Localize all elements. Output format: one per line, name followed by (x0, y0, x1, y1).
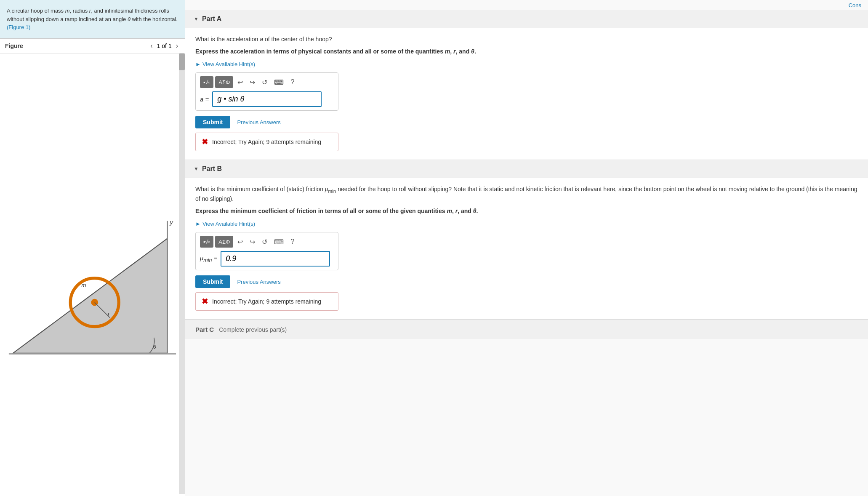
part-c-header: Part C Complete previous part(s) (195, 326, 858, 333)
part-a-instruction: Express the acceleration in terms of phy… (195, 47, 858, 56)
part-b-keyboard-btn[interactable]: ⌨ (272, 237, 286, 247)
part-a-formula-row: a = (200, 91, 334, 107)
figure-prev-button[interactable]: ‹ (149, 41, 154, 51)
figure-nav: ‹ 1 of 1 › (149, 41, 180, 51)
svg-text:r: r (108, 310, 110, 317)
part-b-submit-button[interactable]: Submit (195, 275, 230, 288)
part-c-status: Complete previous part(s) (219, 326, 287, 333)
part-b-error-text: Incorrect; Try Again; 9 attempts remaini… (212, 298, 321, 305)
part-b-formula-row: μmin = (200, 251, 334, 267)
part-a-header: ▼ Part A (185, 10, 868, 28)
part-a-reset-btn[interactable]: ↺ (259, 77, 270, 87)
part-b-hint-label: View Available Hint(s) (202, 221, 255, 227)
part-a-question: What is the acceleration a of the center… (195, 35, 858, 44)
scroll-thumb[interactable] (179, 53, 185, 70)
figure-link[interactable]: (Figure 1) (7, 24, 30, 30)
part-b-header: ▼ Part B (185, 160, 868, 178)
part-a-formula-input[interactable] (212, 91, 322, 107)
part-c-label: Part C (195, 326, 214, 333)
part-b-error-box: ✖ Incorrect; Try Again; 9 attempts remai… (195, 292, 338, 311)
part-b-collapse[interactable]: ▼ (194, 166, 199, 172)
part-a-error-text: Incorrect; Try Again; 9 attempts remaini… (212, 139, 321, 145)
part-c-section: Part C Complete previous part(s) (185, 320, 868, 339)
part-b-submit-row: Submit Previous Answers (195, 275, 858, 288)
top-right-area: Cons (185, 0, 868, 10)
figure-area: Figure ‹ 1 of 1 › y (0, 39, 185, 496)
part-a-symbol-btn[interactable]: ▪√▫ (200, 76, 213, 88)
part-b-help-btn[interactable]: ? (288, 237, 297, 246)
part-b-prev-answers-link[interactable]: Previous Answers (237, 279, 280, 285)
figure-next-button[interactable]: › (174, 41, 180, 51)
error-x-icon: ✖ (202, 137, 208, 147)
part-b-section: ▼ Part B What is the minimum coefficient… (185, 160, 868, 320)
part-b-question: What is the minimum coefficient of (stat… (195, 185, 858, 203)
part-a-label: Part A (202, 15, 222, 23)
part-a-collapse[interactable]: ▼ (194, 16, 199, 22)
part-a-toolbar: ▪√▫ AΣΦ ↩ ↪ ↺ ⌨ ? (200, 76, 334, 88)
part-b-hint-link[interactable]: ► View Available Hint(s) (195, 221, 858, 227)
part-b-redo-btn[interactable]: ↪ (247, 237, 258, 247)
part-b-greek-btn[interactable]: AΣΦ (215, 236, 233, 248)
cons-link[interactable]: Cons (849, 2, 861, 8)
part-a-greek-btn[interactable]: AΣΦ (215, 76, 233, 88)
figure-title: Figure (5, 43, 23, 49)
part-b-undo-btn[interactable]: ↩ (235, 237, 245, 247)
part-b-input-box: ▪√▫ AΣΦ ↩ ↪ ↺ ⌨ ? μmin = (195, 232, 338, 270)
right-panel: Cons ▼ Part A What is the acceleration a… (185, 0, 868, 496)
svg-text:θ: θ (153, 343, 157, 349)
part-b-formula-input[interactable] (221, 251, 330, 267)
left-panel: A circular hoop of mass m, radius r, and… (0, 0, 185, 496)
part-a-keyboard-btn[interactable]: ⌨ (272, 77, 286, 87)
svg-text:m: m (81, 282, 86, 288)
figure-page: 1 of 1 (157, 43, 172, 49)
part-b-toolbar: ▪√▫ AΣΦ ↩ ↪ ↺ ⌨ ? (200, 236, 334, 248)
figure-svg: y r m θ (0, 53, 185, 494)
part-a-submit-row: Submit Previous Answers (195, 116, 858, 128)
error-b-x-icon: ✖ (202, 297, 208, 306)
part-a-input-box: ▪√▫ AΣΦ ↩ ↪ ↺ ⌨ ? a = (195, 72, 338, 111)
part-b-formula-label: μmin = (200, 254, 217, 263)
part-b-symbol-btn[interactable]: ▪√▫ (200, 236, 213, 248)
hint-arrow-icon: ► (195, 61, 201, 67)
part-a-content: What is the acceleration a of the center… (185, 28, 868, 160)
part-a-prev-answers-link[interactable]: Previous Answers (237, 119, 280, 125)
figure-canvas: y r m θ (0, 53, 185, 494)
part-a-submit-button[interactable]: Submit (195, 116, 230, 128)
figure-header: Figure ‹ 1 of 1 › (0, 39, 185, 53)
svg-text:y: y (169, 219, 173, 226)
part-a-undo-btn[interactable]: ↩ (235, 77, 245, 87)
part-a-formula-label: a = (200, 96, 209, 103)
part-b-content: What is the minimum coefficient of (stat… (185, 178, 868, 319)
part-a-section: ▼ Part A What is the acceleration a of t… (185, 10, 868, 160)
part-b-reset-btn[interactable]: ↺ (259, 237, 270, 247)
part-a-hint-label: View Available Hint(s) (202, 61, 255, 67)
part-a-hint-link[interactable]: ► View Available Hint(s) (195, 61, 858, 67)
part-b-instruction: Express the minimum coefficient of frict… (195, 207, 858, 216)
part-a-error-box: ✖ Incorrect; Try Again; 9 attempts remai… (195, 133, 338, 151)
scroll-bar[interactable] (179, 53, 185, 494)
part-a-redo-btn[interactable]: ↪ (247, 77, 258, 87)
problem-description: A circular hoop of mass m, radius r, and… (0, 0, 185, 39)
part-a-help-btn[interactable]: ? (288, 77, 297, 87)
hint-b-arrow-icon: ► (195, 221, 201, 227)
part-b-label: Part B (202, 165, 222, 173)
